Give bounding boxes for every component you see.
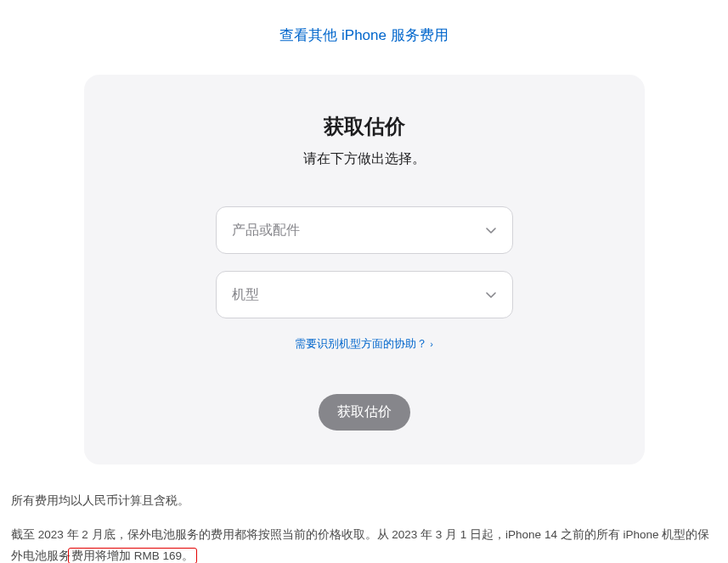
chevron-down-icon (485, 224, 497, 236)
footer-line-2: 截至 2023 年 2 月底，保外电池服务的费用都将按照当前的价格收取。从 20… (11, 524, 717, 563)
chevron-down-icon (485, 289, 497, 301)
price-increase-highlight: 费用将增加 RMB 169。 (68, 548, 197, 563)
model-select-label: 机型 (232, 286, 485, 304)
identify-model-help-link[interactable]: 需要识别机型方面的协助？› (295, 337, 433, 350)
card-title: 获取估价 (118, 113, 611, 140)
chevron-right-icon: › (430, 339, 433, 349)
model-select[interactable]: 机型 (216, 271, 513, 318)
product-select-label: 产品或配件 (232, 222, 485, 239)
get-estimate-button[interactable]: 获取估价 (319, 394, 410, 431)
estimate-card: 获取估价 请在下方做出选择。 产品或配件 机型 需要识别机型方面的协助？› 获取… (84, 75, 645, 464)
select-group: 产品或配件 机型 (216, 206, 513, 318)
top-link-container: 查看其他 iPhone 服务费用 (0, 0, 728, 62)
footer-line-1: 所有费用均以人民币计算且含税。 (11, 490, 717, 512)
help-link-label: 需要识别机型方面的协助？ (295, 337, 427, 350)
footer-text: 所有费用均以人民币计算且含税。 截至 2023 年 2 月底，保外电池服务的费用… (0, 490, 728, 563)
card-subtitle: 请在下方做出选择。 (118, 150, 611, 168)
help-link-container: 需要识别机型方面的协助？› (118, 335, 611, 352)
product-select[interactable]: 产品或配件 (216, 206, 513, 254)
other-services-link[interactable]: 查看其他 iPhone 服务费用 (279, 27, 448, 43)
